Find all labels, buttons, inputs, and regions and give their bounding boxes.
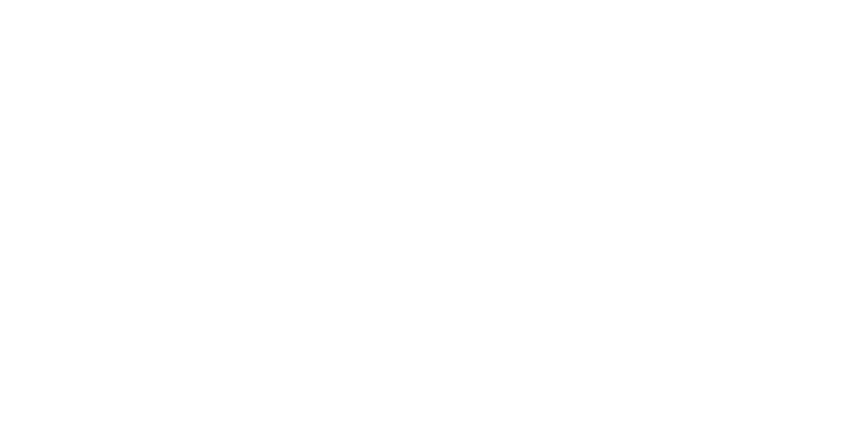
annotation-lines	[0, 0, 333, 4]
